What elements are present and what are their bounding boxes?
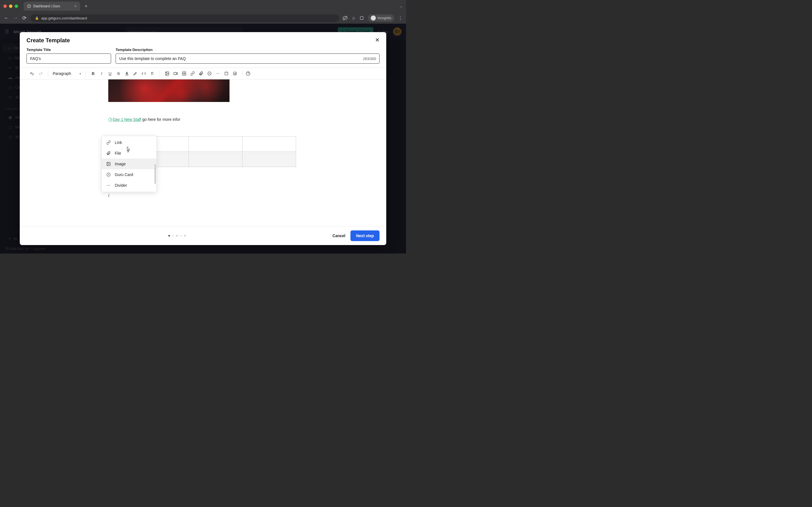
table-cell[interactable]	[189, 152, 242, 167]
content-image[interactable]	[108, 79, 230, 102]
step-connector	[172, 235, 174, 236]
image-icon	[106, 162, 111, 166]
incognito-icon	[371, 15, 376, 20]
attachment-button[interactable]	[197, 69, 205, 77]
star-icon[interactable]: ☆	[352, 15, 356, 21]
editor-toolbar: Paragraph ▾ B I U S	[20, 68, 386, 79]
modal-title: Create Template	[27, 37, 379, 44]
slash-item-divider[interactable]: Divider	[102, 180, 156, 191]
redo-button[interactable]	[37, 69, 45, 77]
divider-icon	[106, 183, 111, 187]
table-row: able	[144, 136, 296, 152]
new-tab-button[interactable]: +	[82, 2, 90, 10]
browser-tab[interactable]: G Dashboard | Guru ×	[24, 2, 80, 11]
guru-icon	[106, 172, 111, 177]
content-link-suffix: go here for more infor	[141, 117, 181, 122]
eye-off-icon[interactable]	[343, 15, 348, 20]
desc-field-group: Template Description 263/300	[116, 48, 379, 64]
content-link[interactable]: Day 1 New Staff	[113, 117, 141, 122]
title-field-group: Template Title	[27, 48, 111, 64]
slash-item-guru-card[interactable]: Guru Card	[102, 169, 156, 180]
highlight-button[interactable]	[132, 69, 139, 77]
table-cell[interactable]	[189, 136, 242, 152]
step-connector	[180, 235, 183, 236]
toolbar-help-button[interactable]	[244, 69, 252, 77]
iframe-button[interactable]	[222, 69, 231, 77]
window-close[interactable]	[3, 4, 7, 8]
modal-footer: Cancel Next step	[20, 226, 386, 245]
incognito-label: Incognito	[377, 16, 391, 20]
tab-close-icon[interactable]: ×	[74, 4, 77, 8]
editor-body[interactable]: Day 1 New Staff go here for more infor a…	[20, 79, 386, 226]
slash-item-label: Guru Card	[115, 172, 133, 177]
slash-item-file[interactable]: File	[102, 148, 156, 159]
char-count: 263/300	[363, 57, 376, 61]
browser-menu-icon[interactable]: ⋮	[398, 15, 403, 21]
bold-button[interactable]: B	[89, 69, 97, 77]
content-table[interactable]: able	[144, 136, 296, 167]
tab-favicon: G	[27, 4, 31, 8]
clear-format-button[interactable]	[148, 69, 156, 77]
paragraph-style-select[interactable]: Paragraph ▾	[50, 69, 84, 77]
table-cell[interactable]	[242, 136, 296, 152]
slash-item-link[interactable]: Link	[102, 137, 156, 148]
tab-overflow-icon[interactable]: ⌄	[400, 4, 403, 8]
strikethrough-button[interactable]: S	[114, 69, 122, 77]
link-button[interactable]	[189, 69, 197, 77]
italic-button[interactable]: I	[98, 69, 105, 77]
slash-item-image[interactable]: Image	[102, 159, 156, 169]
form-row: Template Title Template Description 263/…	[20, 47, 386, 68]
svg-rect-1	[360, 17, 363, 20]
svg-rect-11	[225, 72, 228, 75]
guru-link-icon	[108, 118, 112, 122]
slash-trigger-text: /	[108, 193, 379, 198]
desc-input[interactable]	[116, 54, 379, 64]
image-button[interactable]	[163, 69, 171, 77]
url-text: app.getguru.com/dashboard	[41, 16, 87, 20]
window-maximize[interactable]	[15, 4, 18, 8]
slash-item-label: File	[115, 151, 121, 156]
reload-button[interactable]: ⟳	[21, 15, 27, 21]
text-color-button[interactable]	[123, 69, 131, 77]
cancel-button[interactable]: Cancel	[327, 231, 350, 241]
browser-right-controls: ☆ Incognito ⋮	[343, 14, 403, 22]
address-bar[interactable]: 🔒 app.getguru.com/dashboard	[31, 14, 339, 22]
slash-command-menu: Link File Image Guru Card Divider	[101, 136, 157, 192]
next-step-button[interactable]: Next step	[350, 230, 379, 241]
step-progress	[168, 235, 186, 237]
video-button[interactable]	[172, 69, 180, 77]
code-button[interactable]	[140, 69, 148, 77]
content-link-line: Day 1 New Staff go here for more infor	[108, 117, 379, 122]
table-cell[interactable]	[242, 152, 296, 167]
attachment-icon	[106, 151, 111, 156]
extensions-icon[interactable]	[359, 16, 364, 20]
underline-button[interactable]: U	[106, 69, 114, 77]
incognito-badge: Incognito	[368, 14, 394, 22]
browser-tab-strip: G Dashboard | Guru × + ⌄	[0, 0, 406, 12]
slash-item-label: Image	[115, 162, 126, 166]
undo-button[interactable]	[28, 69, 36, 77]
svg-rect-5	[174, 72, 176, 75]
modal-header: Create Template	[20, 32, 386, 47]
guru-card-button[interactable]	[206, 69, 213, 77]
divider-button[interactable]	[214, 69, 222, 77]
forward-button[interactable]: →	[12, 15, 18, 21]
lock-icon: 🔒	[35, 16, 39, 20]
chevron-down-icon: ▾	[80, 72, 81, 75]
table-button[interactable]	[180, 69, 188, 77]
tab-title: Dashboard | Guru	[33, 4, 60, 8]
window-controls	[3, 4, 18, 8]
markdown-button[interactable]	[231, 69, 239, 77]
slash-menu-scrollbar[interactable]	[154, 164, 156, 184]
title-field-label: Template Title	[27, 48, 111, 52]
create-template-modal: ✕ Create Template Template Title Templat…	[20, 32, 386, 245]
window-minimize[interactable]	[9, 4, 12, 8]
desc-field-label: Template Description	[116, 48, 379, 52]
style-select-label: Paragraph	[53, 71, 71, 76]
title-input[interactable]	[27, 54, 111, 64]
close-button[interactable]: ✕	[374, 37, 380, 43]
back-button[interactable]: ←	[3, 15, 9, 21]
svg-point-16	[107, 163, 108, 164]
step-dot-2	[176, 235, 178, 237]
browser-toolbar: ← → ⟳ 🔒 app.getguru.com/dashboard ☆ Inco…	[0, 12, 406, 24]
